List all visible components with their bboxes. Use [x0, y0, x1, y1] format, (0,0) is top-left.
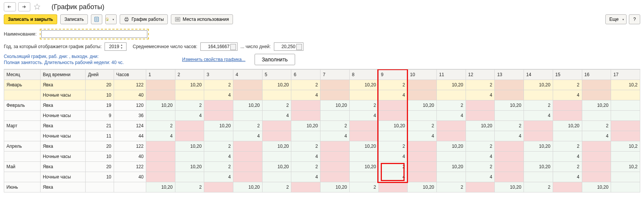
day-cell[interactable] — [320, 141, 350, 152]
day-cell[interactable]: 4 — [466, 90, 495, 100]
day-cell[interactable]: 10,2 — [611, 80, 640, 90]
day-cell[interactable] — [291, 100, 320, 111]
day-cell[interactable] — [553, 131, 582, 141]
day-cell[interactable] — [320, 162, 350, 172]
day-cell[interactable]: 10,20 — [495, 182, 524, 192]
day-cell[interactable] — [408, 111, 437, 121]
day-cell[interactable]: 2 — [378, 80, 408, 90]
day-cell[interactable] — [466, 131, 495, 141]
day-cell[interactable]: 4 — [291, 172, 320, 182]
day-cell[interactable]: 10,20 — [437, 80, 466, 90]
day-cell[interactable] — [262, 152, 291, 162]
col-hours[interactable]: Часов — [114, 70, 146, 80]
day-cell[interactable]: 4 — [233, 131, 263, 141]
day-cell[interactable]: 4 — [291, 90, 320, 100]
day-cell[interactable]: 10,20 — [146, 182, 175, 192]
col-day-3[interactable]: 3 — [204, 70, 233, 80]
col-day-11[interactable]: 11 — [437, 70, 466, 80]
day-cell[interactable] — [320, 80, 350, 90]
day-cell[interactable]: 2 — [233, 121, 263, 131]
day-cell[interactable] — [408, 152, 437, 162]
day-cell[interactable] — [611, 152, 640, 162]
day-cell[interactable] — [466, 100, 495, 111]
schedule-info-line2[interactable]: Полная занятость. Длительность рабочей н… — [4, 60, 124, 65]
day-cell[interactable] — [495, 90, 524, 100]
day-cell[interactable]: 2 — [175, 182, 204, 192]
change-properties-link[interactable]: Изменить свойства графика... — [182, 57, 245, 62]
col-day-4[interactable]: 4 — [233, 70, 263, 80]
table-row[interactable]: ЯнварьЯвка2012210,20210,20210,20210,2021… — [4, 80, 640, 90]
day-cell[interactable] — [408, 162, 437, 172]
day-cell[interactable] — [582, 162, 611, 172]
day-cell[interactable]: 2 — [146, 121, 175, 131]
schedule-grid[interactable]: МесяцВид времениДнейЧасов123456789101112… — [4, 69, 640, 192]
more-button[interactable]: Еще — [605, 14, 627, 24]
day-cell[interactable] — [262, 131, 291, 141]
day-cell[interactable] — [437, 172, 466, 182]
day-cell[interactable]: 10,20 — [408, 182, 437, 192]
day-cell[interactable] — [437, 121, 466, 131]
day-cell[interactable] — [146, 80, 175, 90]
day-cell[interactable] — [582, 172, 611, 182]
day-cell[interactable] — [582, 111, 611, 121]
day-cell[interactable] — [146, 141, 175, 152]
day-cell[interactable]: 2 — [524, 182, 553, 192]
day-cell[interactable]: 10,20 — [524, 162, 553, 172]
day-cell[interactable]: 10,20 — [262, 80, 291, 90]
day-cell[interactable]: 10,20 — [175, 80, 204, 90]
col-day-16[interactable]: 16 — [582, 70, 611, 80]
day-cell[interactable] — [611, 172, 640, 182]
col-month[interactable]: Месяц — [4, 70, 41, 80]
day-cell[interactable]: 2 — [437, 100, 466, 111]
day-cell[interactable]: 4 — [204, 90, 233, 100]
day-cell[interactable] — [437, 152, 466, 162]
day-cell[interactable] — [524, 131, 553, 141]
day-cell[interactable]: 2 — [349, 182, 378, 192]
table-row[interactable]: Ночные часы104044444 — [4, 152, 640, 162]
day-cell[interactable] — [233, 111, 263, 121]
day-cell[interactable]: 10,20 — [437, 162, 466, 172]
day-cell[interactable] — [204, 131, 233, 141]
day-cell[interactable] — [495, 111, 524, 121]
day-cell[interactable]: 4 — [378, 172, 408, 182]
col-day-7[interactable]: 7 — [320, 70, 350, 80]
day-cell[interactable] — [611, 121, 640, 131]
day-cell[interactable] — [175, 152, 204, 162]
day-cell[interactable] — [204, 182, 233, 192]
col-day-13[interactable]: 13 — [495, 70, 524, 80]
day-cell[interactable]: 10,20 — [582, 182, 611, 192]
day-cell[interactable] — [408, 172, 437, 182]
day-cell[interactable] — [466, 182, 495, 192]
day-cell[interactable] — [349, 172, 378, 182]
day-cell[interactable] — [146, 90, 175, 100]
day-cell[interactable] — [262, 90, 291, 100]
day-cell[interactable]: 2 — [378, 162, 408, 172]
table-row[interactable]: Ночные часы104044444 — [4, 90, 640, 100]
day-cell[interactable]: 10,20 — [582, 100, 611, 111]
day-cell[interactable] — [320, 152, 350, 162]
day-cell[interactable] — [495, 162, 524, 172]
nav-forward-button[interactable] — [18, 2, 30, 11]
col-day-6[interactable]: 6 — [291, 70, 320, 80]
day-cell[interactable] — [611, 111, 640, 121]
day-cell[interactable] — [524, 172, 553, 182]
day-cell[interactable]: 2 — [466, 141, 495, 152]
day-cell[interactable] — [233, 90, 263, 100]
day-cell[interactable] — [233, 172, 263, 182]
day-cell[interactable] — [146, 152, 175, 162]
day-cell[interactable]: 2 — [466, 162, 495, 172]
day-cell[interactable] — [349, 131, 378, 141]
day-cell[interactable]: 4 — [582, 131, 611, 141]
day-cell[interactable]: 2 — [262, 100, 291, 111]
day-cell[interactable] — [378, 131, 408, 141]
day-cell[interactable]: 4 — [204, 152, 233, 162]
day-cell[interactable]: 4 — [175, 111, 204, 121]
day-cell[interactable] — [233, 80, 263, 90]
day-cell[interactable]: 10,20 — [262, 162, 291, 172]
day-cell[interactable]: 10,20 — [175, 141, 204, 152]
day-cell[interactable] — [524, 121, 553, 131]
day-cell[interactable]: 10,20 — [349, 80, 378, 90]
day-cell[interactable]: 4 — [553, 172, 582, 182]
day-cell[interactable]: 4 — [146, 131, 175, 141]
day-cell[interactable]: 2 — [437, 182, 466, 192]
